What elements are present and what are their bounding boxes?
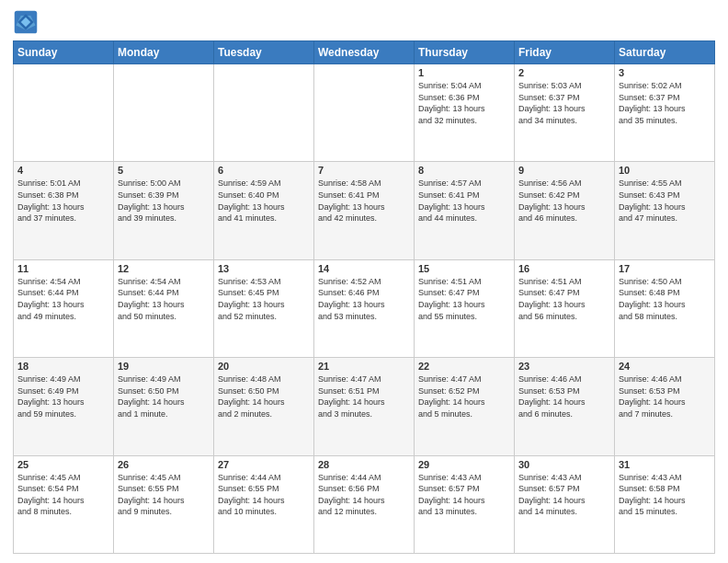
day-info: Sunrise: 5:04 AM Sunset: 6:36 PM Dayligh…: [418, 80, 510, 126]
day-number: 22: [418, 361, 510, 372]
day-cell: 21Sunrise: 4:47 AM Sunset: 6:51 PM Dayli…: [314, 358, 415, 455]
day-info: Sunrise: 4:55 AM Sunset: 6:43 PM Dayligh…: [619, 178, 711, 224]
day-cell: 29Sunrise: 4:43 AM Sunset: 6:57 PM Dayli…: [415, 455, 515, 553]
day-cell: 4Sunrise: 5:01 AM Sunset: 6:38 PM Daylig…: [14, 162, 114, 259]
day-cell: 15Sunrise: 4:51 AM Sunset: 6:47 PM Dayli…: [415, 259, 515, 357]
day-info: Sunrise: 4:56 AM Sunset: 6:42 PM Dayligh…: [518, 178, 610, 224]
day-number: 14: [318, 263, 410, 274]
day-number: 24: [619, 361, 711, 372]
day-number: 5: [118, 165, 210, 176]
day-cell: 9Sunrise: 4:56 AM Sunset: 6:42 PM Daylig…: [515, 162, 615, 259]
day-info: Sunrise: 4:51 AM Sunset: 6:47 PM Dayligh…: [518, 276, 610, 322]
day-number: 17: [619, 263, 711, 274]
day-cell: 6Sunrise: 4:59 AM Sunset: 6:40 PM Daylig…: [214, 162, 314, 259]
day-info: Sunrise: 4:59 AM Sunset: 6:40 PM Dayligh…: [218, 178, 310, 224]
col-header-saturday: Saturday: [615, 41, 715, 64]
day-cell: 14Sunrise: 4:52 AM Sunset: 6:46 PM Dayli…: [314, 259, 415, 357]
week-row-4: 18Sunrise: 4:49 AM Sunset: 6:49 PM Dayli…: [14, 358, 715, 455]
day-cell: [214, 64, 314, 162]
day-cell: 20Sunrise: 4:48 AM Sunset: 6:50 PM Dayli…: [214, 358, 314, 455]
day-number: 18: [17, 361, 109, 372]
day-number: 10: [619, 165, 711, 176]
day-cell: [314, 64, 415, 162]
day-number: 19: [118, 361, 210, 372]
logo-icon: [13, 9, 39, 35]
day-cell: 2Sunrise: 5:03 AM Sunset: 6:37 PM Daylig…: [515, 64, 615, 162]
week-row-3: 11Sunrise: 4:54 AM Sunset: 6:44 PM Dayli…: [14, 259, 715, 357]
col-header-friday: Friday: [515, 41, 615, 64]
day-info: Sunrise: 4:58 AM Sunset: 6:41 PM Dayligh…: [318, 178, 410, 224]
day-number: 25: [17, 459, 109, 470]
day-number: 30: [518, 459, 610, 470]
day-info: Sunrise: 4:50 AM Sunset: 6:48 PM Dayligh…: [619, 276, 711, 322]
day-info: Sunrise: 4:47 AM Sunset: 6:52 PM Dayligh…: [418, 373, 510, 419]
col-header-wednesday: Wednesday: [314, 41, 415, 64]
day-cell: 22Sunrise: 4:47 AM Sunset: 6:52 PM Dayli…: [415, 358, 515, 455]
day-cell: 7Sunrise: 4:58 AM Sunset: 6:41 PM Daylig…: [314, 162, 415, 259]
day-info: Sunrise: 4:44 AM Sunset: 6:56 PM Dayligh…: [318, 472, 410, 518]
day-cell: 11Sunrise: 4:54 AM Sunset: 6:44 PM Dayli…: [14, 259, 114, 357]
day-cell: 30Sunrise: 4:43 AM Sunset: 6:57 PM Dayli…: [515, 455, 615, 553]
day-info: Sunrise: 4:54 AM Sunset: 6:44 PM Dayligh…: [118, 276, 210, 322]
day-number: 11: [17, 263, 109, 274]
day-info: Sunrise: 4:53 AM Sunset: 6:45 PM Dayligh…: [218, 276, 310, 322]
day-cell: 24Sunrise: 4:46 AM Sunset: 6:53 PM Dayli…: [615, 358, 715, 455]
day-cell: 23Sunrise: 4:46 AM Sunset: 6:53 PM Dayli…: [515, 358, 615, 455]
day-number: 28: [318, 459, 410, 470]
day-cell: 10Sunrise: 4:55 AM Sunset: 6:43 PM Dayli…: [615, 162, 715, 259]
day-cell: 27Sunrise: 4:44 AM Sunset: 6:55 PM Dayli…: [214, 455, 314, 553]
calendar-page: SundayMondayTuesdayWednesdayThursdayFrid…: [0, 0, 728, 563]
header-row: SundayMondayTuesdayWednesdayThursdayFrid…: [14, 41, 715, 64]
day-info: Sunrise: 4:46 AM Sunset: 6:53 PM Dayligh…: [619, 373, 711, 419]
col-header-tuesday: Tuesday: [214, 41, 314, 64]
col-header-thursday: Thursday: [415, 41, 515, 64]
day-info: Sunrise: 4:49 AM Sunset: 6:49 PM Dayligh…: [17, 373, 109, 419]
week-row-1: 1Sunrise: 5:04 AM Sunset: 6:36 PM Daylig…: [14, 64, 715, 162]
day-cell: 8Sunrise: 4:57 AM Sunset: 6:41 PM Daylig…: [415, 162, 515, 259]
day-info: Sunrise: 4:48 AM Sunset: 6:50 PM Dayligh…: [218, 373, 310, 419]
day-info: Sunrise: 4:52 AM Sunset: 6:46 PM Dayligh…: [318, 276, 410, 322]
day-number: 23: [518, 361, 610, 372]
day-info: Sunrise: 4:49 AM Sunset: 6:50 PM Dayligh…: [118, 373, 210, 419]
calendar-table: SundayMondayTuesdayWednesdayThursdayFrid…: [13, 40, 715, 554]
day-cell: 28Sunrise: 4:44 AM Sunset: 6:56 PM Dayli…: [314, 455, 415, 553]
day-info: Sunrise: 4:43 AM Sunset: 6:57 PM Dayligh…: [418, 472, 510, 518]
day-number: 13: [218, 263, 310, 274]
header: [13, 9, 715, 35]
day-info: Sunrise: 4:46 AM Sunset: 6:53 PM Dayligh…: [518, 373, 610, 419]
day-number: 31: [619, 459, 711, 470]
day-cell: 1Sunrise: 5:04 AM Sunset: 6:36 PM Daylig…: [415, 64, 515, 162]
week-row-2: 4Sunrise: 5:01 AM Sunset: 6:38 PM Daylig…: [14, 162, 715, 259]
day-number: 26: [118, 459, 210, 470]
day-info: Sunrise: 4:47 AM Sunset: 6:51 PM Dayligh…: [318, 373, 410, 419]
day-info: Sunrise: 4:45 AM Sunset: 6:55 PM Dayligh…: [118, 472, 210, 518]
day-info: Sunrise: 4:43 AM Sunset: 6:57 PM Dayligh…: [518, 472, 610, 518]
day-cell: 5Sunrise: 5:00 AM Sunset: 6:39 PM Daylig…: [114, 162, 214, 259]
day-info: Sunrise: 4:51 AM Sunset: 6:47 PM Dayligh…: [418, 276, 510, 322]
day-number: 21: [318, 361, 410, 372]
day-number: 29: [418, 459, 510, 470]
day-cell: [114, 64, 214, 162]
day-number: 15: [418, 263, 510, 274]
day-info: Sunrise: 4:45 AM Sunset: 6:54 PM Dayligh…: [17, 472, 109, 518]
day-number: 12: [118, 263, 210, 274]
day-number: 1: [418, 67, 510, 78]
day-info: Sunrise: 4:44 AM Sunset: 6:55 PM Dayligh…: [218, 472, 310, 518]
day-number: 27: [218, 459, 310, 470]
day-number: 20: [218, 361, 310, 372]
logo: [13, 9, 42, 35]
day-number: 9: [518, 165, 610, 176]
day-info: Sunrise: 4:57 AM Sunset: 6:41 PM Dayligh…: [418, 178, 510, 224]
day-info: Sunrise: 4:43 AM Sunset: 6:58 PM Dayligh…: [619, 472, 711, 518]
week-row-5: 25Sunrise: 4:45 AM Sunset: 6:54 PM Dayli…: [14, 455, 715, 553]
day-number: 4: [17, 165, 109, 176]
day-number: 3: [619, 67, 711, 78]
day-cell: 3Sunrise: 5:02 AM Sunset: 6:37 PM Daylig…: [615, 64, 715, 162]
day-number: 16: [518, 263, 610, 274]
day-cell: 26Sunrise: 4:45 AM Sunset: 6:55 PM Dayli…: [114, 455, 214, 553]
day-number: 8: [418, 165, 510, 176]
day-cell: 18Sunrise: 4:49 AM Sunset: 6:49 PM Dayli…: [14, 358, 114, 455]
day-cell: 19Sunrise: 4:49 AM Sunset: 6:50 PM Dayli…: [114, 358, 214, 455]
day-number: 6: [218, 165, 310, 176]
day-cell: [14, 64, 114, 162]
